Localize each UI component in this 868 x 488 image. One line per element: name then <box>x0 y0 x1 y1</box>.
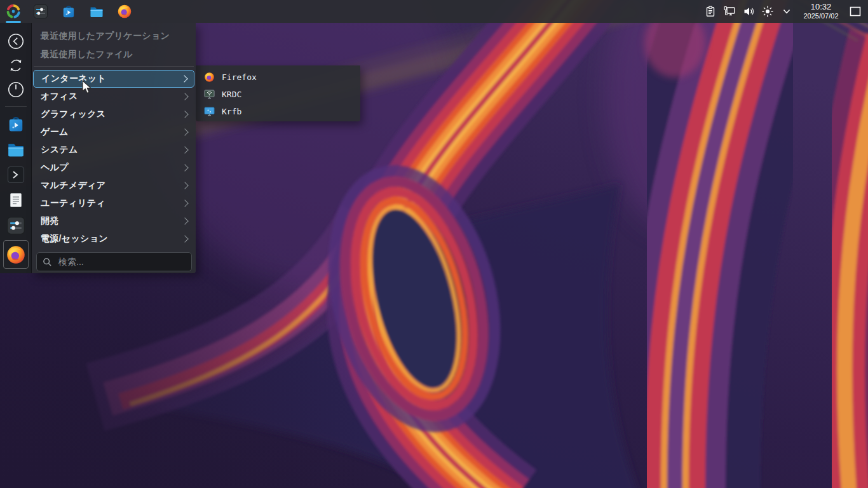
back-button[interactable] <box>3 30 29 53</box>
menu-item-label: ユーティリティ <box>41 198 105 209</box>
chevron-right-icon <box>181 111 188 118</box>
chevron-right-icon <box>181 182 188 189</box>
internet-submenu: Firefox KRDC Krfb <box>196 65 360 121</box>
system-tray: 10:32 2025/07/02 <box>701 0 868 23</box>
submenu-item-krdc[interactable]: KRDC <box>196 86 360 103</box>
folder-icon <box>6 140 25 159</box>
sidebar-divider <box>5 106 27 107</box>
krfb-icon <box>204 106 215 117</box>
back-icon <box>7 32 25 50</box>
task-system-settings[interactable] <box>27 0 55 23</box>
document-icon <box>7 191 25 209</box>
chevron-right-icon <box>181 217 188 224</box>
clipboard-tray-button[interactable] <box>701 0 720 23</box>
menu-item-label: 開発 <box>41 215 59 227</box>
screen-connect-tray-button[interactable] <box>720 0 739 23</box>
submenu-item-label: Firefox <box>222 72 257 82</box>
menu-divider <box>34 66 194 67</box>
search-icon <box>43 257 52 267</box>
brightness-icon <box>761 4 775 18</box>
menu-category-games[interactable]: ゲーム <box>32 123 196 141</box>
chevron-down-icon <box>780 4 794 18</box>
shutdown-icon <box>7 81 25 98</box>
shutdown-button[interactable] <box>3 78 29 101</box>
task-firefox[interactable] <box>111 0 139 23</box>
volume-icon <box>742 4 756 18</box>
firefox-icon <box>117 4 132 19</box>
menu-category-system[interactable]: システム <box>32 141 196 159</box>
menu-item-label: システム <box>41 144 78 156</box>
chevron-right-icon <box>181 93 188 100</box>
desktop: 10:32 2025/07/02 <box>0 0 868 488</box>
app-launcher-icon <box>5 3 22 20</box>
show-desktop-icon <box>848 4 862 18</box>
sidebar-item-text-editor[interactable] <box>3 187 29 212</box>
menu-category-utilities[interactable]: ユーティリティ <box>32 194 196 212</box>
top-panel: 10:32 2025/07/02 <box>0 0 868 23</box>
chevron-right-icon <box>181 235 188 242</box>
menu-recent-apps[interactable]: 最近使用したアプリケーション <box>32 27 196 45</box>
sidebar-item-konsole[interactable] <box>3 162 29 187</box>
brightness-tray-button[interactable] <box>758 0 777 23</box>
show-desktop-button[interactable] <box>846 0 865 23</box>
krdc-icon <box>204 89 215 100</box>
application-menu: 最近使用したアプリケーション 最近使用したファイル インターネット オフィス グ… <box>32 23 196 273</box>
menu-item-label: ヘルプ <box>41 162 69 173</box>
menu-category-graphics[interactable]: グラフィックス <box>32 105 196 123</box>
sidebar-item-system-settings[interactable] <box>3 213 29 238</box>
menu-category-office[interactable]: オフィス <box>32 88 196 105</box>
menu-item-label: 電源/セッション <box>41 233 108 245</box>
menu-item-label: ゲーム <box>41 126 69 138</box>
dolphin-folder-icon <box>89 4 104 19</box>
submenu-item-firefox[interactable]: Firefox <box>196 69 360 86</box>
sidebar-item-discover[interactable] <box>3 111 29 136</box>
digital-clock[interactable]: 10:32 2025/07/02 <box>796 3 846 20</box>
menu-category-development[interactable]: 開発 <box>32 212 196 230</box>
menu-category-help[interactable]: ヘルプ <box>32 159 196 177</box>
menu-item-label: インターネット <box>41 73 106 85</box>
menu-category-power-session[interactable]: 電源/セッション <box>32 230 196 248</box>
chevron-right-icon <box>181 164 188 171</box>
menu-category-internet[interactable]: インターネット <box>33 70 194 88</box>
sidebar-item-firefox[interactable] <box>3 240 29 269</box>
chevron-right-icon <box>181 128 188 135</box>
submenu-item-krfb[interactable]: Krfb <box>196 103 360 120</box>
task-dolphin[interactable] <box>83 0 111 23</box>
system-settings-icon <box>33 4 48 19</box>
clock-time: 10:32 <box>797 3 844 12</box>
search-input[interactable] <box>57 256 186 268</box>
menu-item-label: マルチメディア <box>41 180 105 191</box>
konsole-icon <box>6 165 25 184</box>
menu-item-label: 最近使用したファイル <box>41 49 133 60</box>
menu-item-label: 最近使用したアプリケーション <box>41 30 170 42</box>
menu-item-label: グラフィックス <box>41 109 105 120</box>
discover-icon <box>6 114 25 133</box>
task-discover[interactable] <box>55 0 83 23</box>
sidebar-item-file-manager[interactable] <box>3 137 29 161</box>
launcher-active-indicator <box>6 21 21 23</box>
tray-expander-button[interactable] <box>777 0 796 23</box>
submenu-item-label: Krfb <box>222 107 241 116</box>
menu-category-multimedia[interactable]: マルチメディア <box>32 177 196 194</box>
firefox-icon <box>204 72 215 83</box>
app-launcher-button[interactable] <box>0 0 27 23</box>
clipboard-icon <box>704 5 717 18</box>
discover-icon <box>61 4 76 19</box>
chevron-right-icon <box>181 200 188 207</box>
restart-button[interactable] <box>3 54 29 77</box>
refresh-icon <box>7 57 25 74</box>
menu-recent-files[interactable]: 最近使用したファイル <box>32 45 196 64</box>
clock-date: 2025/07/02 <box>797 12 844 20</box>
settings-sliders-icon <box>6 216 25 235</box>
screen-connect-icon <box>722 4 736 18</box>
chevron-right-icon <box>181 146 188 153</box>
firefox-icon <box>6 245 26 265</box>
menu-search-box[interactable] <box>36 252 192 271</box>
submenu-item-label: KRDC <box>222 90 241 99</box>
volume-tray-button[interactable] <box>739 0 758 23</box>
chevron-right-icon <box>180 75 187 82</box>
launcher-sidebar <box>0 23 32 273</box>
menu-item-label: オフィス <box>41 91 78 102</box>
